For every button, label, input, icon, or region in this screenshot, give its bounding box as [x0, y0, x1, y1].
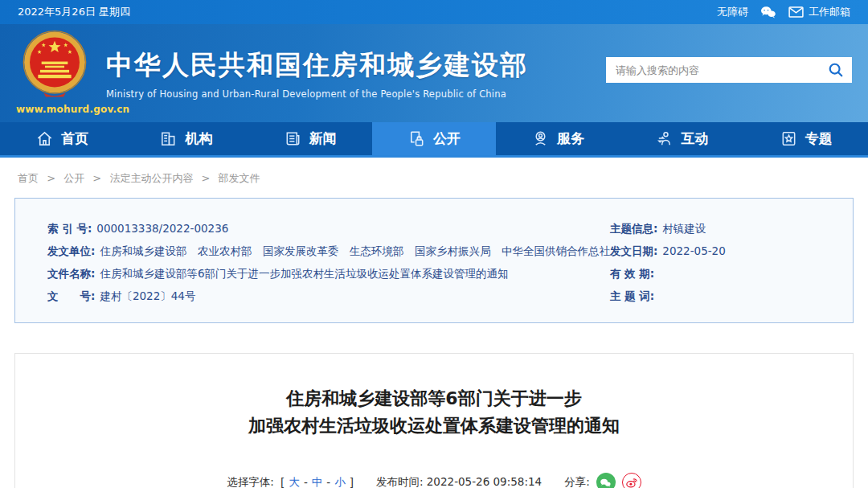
top-utility-bar: 2022年5月26日 星期四 无障碍 工作邮箱 [0, 0, 868, 24]
topic-star-icon [780, 129, 798, 148]
doc-info-row-document-name: 文件名称:住房和城乡建设部等6部门关于进一步加强农村生活垃圾收运处置体系建设管理… [47, 262, 610, 285]
dash-separator: - [326, 476, 330, 488]
search-button[interactable] [828, 62, 844, 78]
article-title: 住房和城乡建设部等6部门关于进一步 加强农村生活垃圾收运处置体系建设管理的通知 [15, 385, 853, 440]
share-box: 分享: [564, 473, 641, 488]
font-size-medium-link[interactable]: 中 [312, 475, 323, 488]
dash-separator: - [304, 476, 308, 488]
doc-info-row-keywords: 主 题 词: [610, 285, 837, 307]
national-emblem: www.mohurd.gov.cn [16, 29, 93, 115]
font-size-small-link[interactable]: 小 [334, 475, 346, 488]
china-emblem-icon [20, 29, 89, 100]
wechat-bubbles-icon [760, 5, 777, 19]
accessibility-link[interactable]: 无障碍 [717, 5, 748, 19]
wechat-glyph-icon [600, 478, 612, 488]
wechat-icon[interactable] [760, 5, 777, 19]
site-url: www.mohurd.gov.cn [16, 104, 93, 115]
nav-item-interact[interactable]: 互动 [620, 122, 743, 155]
publish-time: 发布时间: 2022-05-26 09:58:14 [376, 475, 542, 488]
share-label: 分享: [564, 475, 590, 488]
bracket-close: ] [350, 476, 354, 488]
doc-info-row-index-number: 索 引 号:000013338/2022-00236 [47, 217, 610, 240]
mail-envelope-icon [788, 6, 804, 18]
nav-item-home[interactable]: 首页 [0, 122, 124, 155]
nav-item-services[interactable]: 服务 [496, 122, 620, 155]
site-title-english: Ministry of Housing and Urban-Rural Deve… [106, 88, 528, 100]
breadcrumb-separator: > [202, 172, 211, 184]
breadcrumb-current: 部发文件 [219, 172, 260, 184]
article-title-line1: 住房和城乡建设部等6部门关于进一步 [15, 385, 853, 412]
breadcrumb-separator: > [47, 172, 55, 184]
breadcrumb: 首页 > 公开 > 法定主动公开内容 > 部发文件 [0, 158, 868, 198]
document-info-card: 索 引 号:000013338/2022-00236 发文单位:住房和城乡建设部… [14, 198, 854, 323]
current-date: 2022年5月26日 星期四 [18, 5, 130, 19]
breadcrumb-home[interactable]: 首页 [18, 172, 39, 184]
nav-item-disclosure[interactable]: 公开 [372, 122, 496, 155]
work-mailbox-link[interactable]: 工作邮箱 [788, 5, 850, 19]
nav-item-org[interactable]: 机构 [124, 122, 248, 155]
service-person-icon [531, 129, 550, 148]
bracket-open: [ [280, 476, 285, 488]
publish-time-label: 发布时间: [376, 475, 424, 488]
doc-info-row-topic: 主题信息:村镇建设 [610, 217, 837, 240]
breadcrumb-statutory-content[interactable]: 法定主动公开内容 [109, 172, 193, 184]
font-size-large-link[interactable]: 大 [289, 475, 300, 488]
search-input[interactable] [616, 64, 828, 76]
doc-info-row-issue-date: 发文日期:2022-05-20 [610, 240, 837, 262]
site-header: www.mohurd.gov.cn 中华人民共和国住房和城乡建设部 Minist… [0, 24, 868, 122]
article-title-line2: 加强农村生活垃圾收运处置体系建设管理的通知 [15, 412, 853, 440]
interact-arrows-icon [656, 129, 674, 148]
wechat-share-icon[interactable] [596, 473, 616, 488]
doc-info-left-column: 索 引 号:000013338/2022-00236 发文单位:住房和城乡建设部… [47, 217, 610, 307]
main-nav: 首页 机构 新闻 公开 服务 [0, 122, 868, 158]
nav-item-topics[interactable]: 专题 [744, 122, 868, 155]
building-icon [159, 129, 178, 148]
doc-info-row-validity: 有 效 期: [610, 262, 837, 285]
home-icon [35, 129, 54, 148]
doc-info-row-document-number: 文 号:建村〔2022〕44号 [47, 285, 610, 307]
font-size-selector: 选择字体: [ 大 - 中 - 小 ] [227, 475, 354, 488]
doc-info-right-column: 主题信息:村镇建设 发文日期:2022-05-20 有 效 期: 主 题 词: [610, 217, 837, 307]
disclosure-lock-icon [407, 129, 426, 148]
article-meta-bar: 选择字体: [ 大 - 中 - 小 ] 发布时间: 2022-05-26 09:… [15, 473, 853, 488]
breadcrumb-separator: > [92, 172, 101, 184]
weibo-glyph-icon [625, 477, 638, 488]
article-card: 住房和城乡建设部等6部门关于进一步 加强农村生活垃圾收运处置体系建设管理的通知 … [14, 353, 854, 488]
nav-item-news[interactable]: 新闻 [248, 122, 372, 155]
search-icon [828, 62, 844, 78]
site-title: 中华人民共和国住房和城乡建设部 [106, 47, 528, 84]
weibo-share-icon[interactable] [622, 473, 641, 488]
font-selector-label: 选择字体: [227, 475, 274, 488]
doc-info-row-issuing-units: 发文单位:住房和城乡建设部 农业农村部 国家发展改革委 生态环境部 国家乡村振兴… [47, 240, 610, 262]
breadcrumb-disclosure[interactable]: 公开 [63, 172, 84, 184]
publish-time-value: 2022-05-26 09:58:14 [427, 475, 542, 488]
search-box [606, 57, 852, 83]
news-icon [284, 129, 302, 148]
